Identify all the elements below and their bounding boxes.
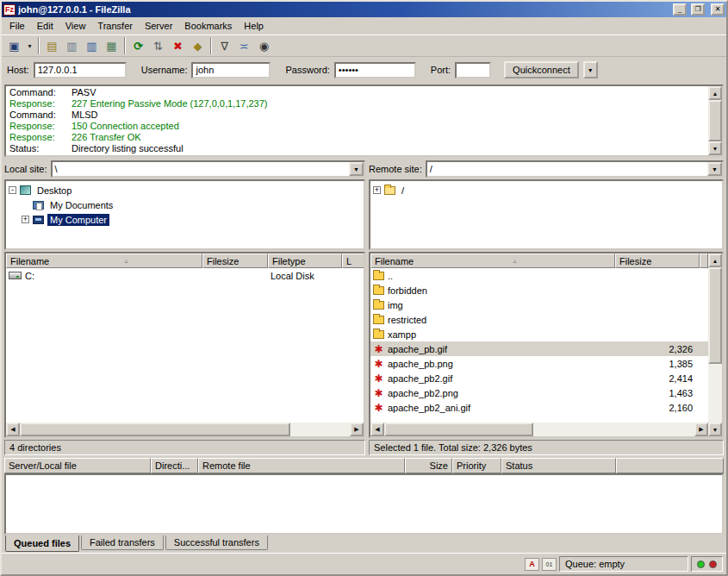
sitemanager-dropdown-icon[interactable]: ▾	[24, 36, 35, 55]
minimize-icon[interactable]: _	[673, 3, 687, 16]
menu-item-transfer[interactable]: Transfer	[91, 18, 139, 34]
local-column-filetype[interactable]: Filetype	[268, 254, 342, 268]
file-row-c[interactable]: C:Local Disk	[6, 268, 364, 283]
toolbar: ▾	[2, 34, 726, 57]
scroll-track[interactable]	[708, 100, 722, 141]
file-row-apache-pb2-png[interactable]: apache_pb2.png1,463	[370, 385, 708, 400]
queue-column-priority[interactable]: Priority	[452, 458, 501, 473]
menu-item-help[interactable]: Help	[238, 18, 270, 34]
queue-column-size[interactable]: Size	[405, 458, 452, 473]
scroll-up-icon[interactable]	[708, 86, 722, 100]
remote-column-filename[interactable]: Filename▵	[370, 254, 615, 268]
menu-item-edit[interactable]: Edit	[31, 18, 59, 34]
filter-icon[interactable]	[215, 36, 234, 55]
file-row-apache-pb2-ani-gif[interactable]: apache_pb2_ani.gif2,160	[370, 400, 708, 415]
scroll-thumb[interactable]	[384, 423, 533, 436]
local-column-filesize[interactable]: Filesize	[202, 254, 268, 268]
queue-column-server-local-file[interactable]: Server/Local file	[4, 458, 151, 473]
tree-item-desktop[interactable]: -Desktop	[6, 183, 364, 197]
disconnect-icon[interactable]	[188, 36, 208, 55]
scroll-right-icon[interactable]	[694, 423, 708, 436]
username-input[interactable]	[191, 62, 271, 78]
desktop-icon	[20, 185, 31, 195]
refresh-icon[interactable]	[128, 36, 148, 55]
port-input[interactable]	[455, 62, 491, 78]
tab-queued-files[interactable]: Queued files	[5, 535, 79, 552]
local-column-filename[interactable]: Filename▵	[6, 254, 202, 268]
local-column-l[interactable]: L	[342, 254, 364, 268]
scroll-right-icon[interactable]	[350, 423, 364, 436]
scroll-down-icon[interactable]	[708, 141, 722, 155]
scroll-thumb[interactable]	[708, 267, 722, 364]
queue-column-status[interactable]: Status	[501, 458, 616, 473]
cancel-icon[interactable]	[168, 36, 188, 55]
local-horizontal-scrollbar[interactable]	[6, 423, 364, 436]
scroll-track[interactable]	[384, 423, 694, 436]
file-row-xampp[interactable]: xampp	[370, 327, 708, 341]
scroll-thumb[interactable]	[20, 423, 290, 436]
password-input[interactable]	[334, 62, 416, 78]
computer-icon	[33, 216, 44, 224]
toolbar-separator	[38, 37, 40, 54]
quickconnect-button[interactable]: Quickconnect	[504, 61, 579, 78]
remote-site-combo[interactable]: / ▼	[426, 160, 724, 178]
close-icon[interactable]: ✕	[711, 3, 725, 16]
menu-item-view[interactable]: View	[59, 18, 92, 34]
scroll-left-icon[interactable]	[6, 423, 20, 436]
quickconnect-dropdown-icon[interactable]: ▼	[583, 61, 598, 78]
file-row-restricted[interactable]: restricted	[370, 312, 708, 327]
expand-icon[interactable]: +	[22, 216, 29, 223]
remote-column-filesize[interactable]: Filesize	[615, 254, 700, 268]
localtree-icon[interactable]	[62, 36, 82, 55]
scroll-thumb[interactable]	[708, 100, 722, 141]
log-line-message: 227 Entering Passive Mode (127,0,0,1,17,…	[72, 98, 267, 110]
queue-column-filler	[616, 458, 724, 473]
queueview-icon[interactable]	[102, 36, 121, 55]
menu-item-file[interactable]: File	[3, 18, 31, 34]
process-icon[interactable]	[148, 36, 168, 55]
queue-column-remote-file[interactable]: Remote file	[198, 458, 405, 473]
file-row-forbidden[interactable]: forbidden	[370, 283, 708, 297]
title-bar[interactable]: Fz john@127.0.0.1 - FileZilla _ ❐ ✕	[2, 2, 726, 17]
collapse-icon[interactable]: -	[9, 186, 16, 194]
local-tree: -DesktopMy Documents+My Computer	[4, 179, 365, 250]
host-input[interactable]	[34, 62, 127, 78]
tab-successful-transfers[interactable]: Successful transfers	[165, 535, 268, 550]
remote-horizontal-scrollbar[interactable]	[370, 423, 708, 436]
scroll-down-icon[interactable]	[708, 423, 722, 436]
tree-item-my-computer[interactable]: +My Computer	[6, 212, 364, 227]
file-row-img[interactable]: img	[370, 297, 708, 312]
binary-transfer-icon[interactable]: 01	[542, 558, 557, 571]
maximize-icon[interactable]: ❐	[691, 3, 705, 16]
log-scrollbar[interactable]	[708, 86, 722, 155]
scroll-track[interactable]	[20, 423, 350, 436]
tree-item-my-documents[interactable]: My Documents	[6, 197, 364, 212]
expand-icon[interactable]: +	[373, 186, 381, 194]
file-row-apache-pb-png[interactable]: apache_pb.png1,385	[370, 356, 708, 371]
file-row-apache-pb2-gif[interactable]: apache_pb2.gif2,414	[370, 371, 708, 385]
file-row-apache-pb-gif[interactable]: apache_pb.gif2,326	[370, 341, 708, 356]
menu-item-server[interactable]: Server	[139, 18, 178, 34]
queue-column-directi[interactable]: Directi...	[151, 458, 198, 473]
chevron-down-icon[interactable]: ▼	[707, 162, 722, 176]
tree-item-[interactable]: +/	[370, 183, 722, 197]
image-icon	[373, 344, 384, 354]
menu-item-bookmarks[interactable]: Bookmarks	[178, 18, 238, 34]
remote-vertical-scrollbar[interactable]	[708, 254, 722, 436]
logview-icon[interactable]	[42, 36, 62, 55]
tab-failed-transfers[interactable]: Failed transfers	[81, 535, 164, 550]
ascii-transfer-icon[interactable]: A	[525, 558, 539, 571]
chevron-down-icon[interactable]: ▼	[349, 162, 364, 176]
local-site-combo[interactable]: \ ▼	[51, 160, 365, 178]
sitemanager-icon[interactable]	[4, 36, 24, 55]
remotetree-icon[interactable]	[82, 36, 102, 55]
compare-icon[interactable]	[234, 36, 254, 55]
local-file-list: Filename▵FilesizeFiletypeL C:Local Disk	[4, 252, 365, 438]
queue-body[interactable]	[4, 473, 724, 535]
file-row-[interactable]: ..	[370, 268, 708, 283]
scroll-left-icon[interactable]	[370, 423, 384, 436]
remote-file-main: Filename▵Filesize ..forbiddenimgrestrict…	[370, 254, 708, 436]
find-icon[interactable]	[254, 36, 274, 55]
scroll-track[interactable]	[708, 267, 722, 423]
scroll-up-icon[interactable]	[708, 254, 722, 267]
